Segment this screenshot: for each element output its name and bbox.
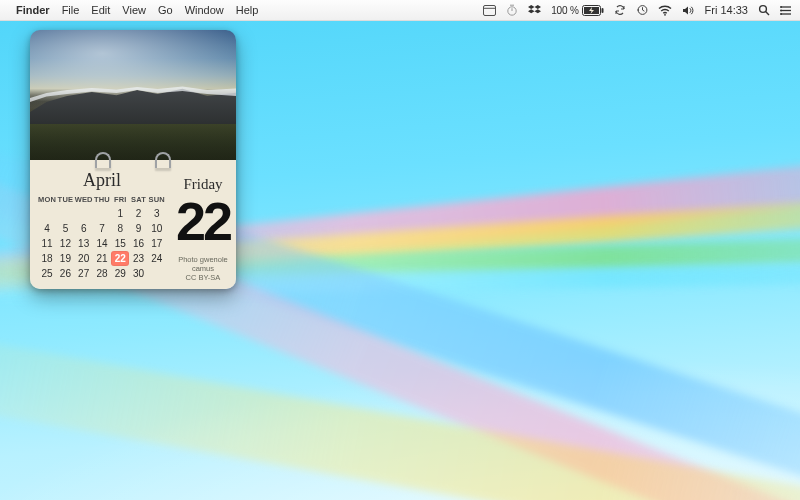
svg-point-17 <box>780 13 782 15</box>
volume-menubar-icon[interactable] <box>682 5 695 16</box>
clock-label: Fri 14:33 <box>705 4 748 16</box>
calendar-day-cell[interactable]: 14 <box>93 236 111 251</box>
svg-line-11 <box>766 12 769 15</box>
menu-go[interactable]: Go <box>158 4 173 16</box>
calendar-day-cell: . <box>148 266 166 281</box>
calendar-day-cell[interactable]: 5 <box>56 221 74 236</box>
calendar-dow-header: SUN <box>148 195 166 206</box>
calendar-day-cell[interactable]: 17 <box>148 236 166 251</box>
calendar-day-cell[interactable]: 10 <box>148 221 166 236</box>
dropbox-menubar-icon[interactable] <box>528 4 541 16</box>
menu-app-name[interactable]: Finder <box>16 4 50 16</box>
menu-help[interactable]: Help <box>236 4 259 16</box>
widget-month-calendar: April MONTUEWEDTHUFRISATSUN ....12345678… <box>30 160 172 289</box>
spotlight-menubar-icon[interactable] <box>758 4 770 16</box>
calendar-day-cell[interactable]: 26 <box>56 266 74 281</box>
calendar-day-cell[interactable]: 18 <box>38 251 56 266</box>
calendar-day-cell[interactable]: 28 <box>93 266 111 281</box>
calendar-dow-header: THU <box>93 195 111 206</box>
calendar-day-cell[interactable]: 19 <box>56 251 74 266</box>
calendar-day-cell[interactable]: 4 <box>38 221 56 236</box>
wifi-menubar-icon[interactable] <box>658 5 672 16</box>
calendar-day-cell[interactable]: 11 <box>38 236 56 251</box>
calendar-dow-header: FRI <box>111 195 129 206</box>
calendar-day-cell[interactable]: 22 <box>111 251 129 266</box>
menu-window[interactable]: Window <box>185 4 224 16</box>
calendar-day-cell[interactable]: 12 <box>56 236 74 251</box>
svg-rect-0 <box>484 6 496 16</box>
svg-point-10 <box>760 6 767 13</box>
menu-view[interactable]: View <box>122 4 146 16</box>
calendar-day-cell[interactable]: 30 <box>129 266 147 281</box>
menu-bar: Finder File Edit View Go Window Help 100… <box>0 0 800 21</box>
calendar-day-cell[interactable]: 25 <box>38 266 56 281</box>
menu-edit[interactable]: Edit <box>91 4 110 16</box>
calendar-day-cell[interactable]: 15 <box>111 236 129 251</box>
calendar-dow-header: WED <box>75 195 93 206</box>
calendar-dow-header: SAT <box>129 195 147 206</box>
calendar-day-cell[interactable]: 13 <box>75 236 93 251</box>
calendar-dow-header: TUE <box>56 195 74 206</box>
desktop-calendar-widget[interactable]: April MONTUEWEDTHUFRISATSUN ....12345678… <box>30 30 236 289</box>
calendar-dow-header: MON <box>38 195 56 206</box>
battery-percent-label: 100 % <box>551 5 578 16</box>
calendar-day-cell[interactable]: 21 <box>93 251 111 266</box>
timemachine-menubar-icon[interactable] <box>636 4 648 16</box>
calendar-day-cell[interactable]: 29 <box>111 266 129 281</box>
calendar-day-cell: . <box>38 206 56 221</box>
svg-point-16 <box>780 9 782 11</box>
widget-calendar-pad: April MONTUEWEDTHUFRISATSUN ....12345678… <box>30 160 236 289</box>
calendar-day-cell[interactable]: 23 <box>129 251 147 266</box>
calendar-day-cell[interactable]: 7 <box>93 221 111 236</box>
widget-photo-credit: Photo gwenole camus CC BY-SA <box>176 255 230 283</box>
calendar-day-cell[interactable]: 9 <box>129 221 147 236</box>
calendar-day-cell[interactable]: 16 <box>129 236 147 251</box>
svg-point-9 <box>664 13 666 15</box>
calendar-day-cell: . <box>75 206 93 221</box>
calendar-day-cell: . <box>56 206 74 221</box>
calendar-day-cell[interactable]: 27 <box>75 266 93 281</box>
calendar-day-cell[interactable]: 1 <box>111 206 129 221</box>
timer-menubar-icon[interactable] <box>506 4 518 16</box>
widget-today-daynum: 22 <box>176 197 230 247</box>
widget-photo <box>30 30 236 160</box>
svg-rect-7 <box>601 8 603 13</box>
battery-status[interactable]: 100 % <box>551 5 603 16</box>
calendar-day-cell[interactable]: 8 <box>111 221 129 236</box>
menubar-clock[interactable]: Fri 14:33 <box>705 4 748 16</box>
fantastical-menubar-icon[interactable] <box>483 4 496 16</box>
menu-file[interactable]: File <box>62 4 80 16</box>
calendar-day-cell[interactable]: 24 <box>148 251 166 266</box>
calendar-day-cell: . <box>93 206 111 221</box>
widget-month-title: April <box>38 170 166 191</box>
widget-today-panel: Friday 22 Photo gwenole camus CC BY-SA <box>172 160 236 287</box>
calendar-day-cell[interactable]: 3 <box>148 206 166 221</box>
notification-center-menubar-icon[interactable] <box>780 5 792 16</box>
calendar-day-cell[interactable]: 6 <box>75 221 93 236</box>
sync-menubar-icon[interactable] <box>614 4 626 16</box>
svg-point-15 <box>780 6 782 8</box>
calendar-day-cell[interactable]: 20 <box>75 251 93 266</box>
calendar-day-cell[interactable]: 2 <box>129 206 147 221</box>
